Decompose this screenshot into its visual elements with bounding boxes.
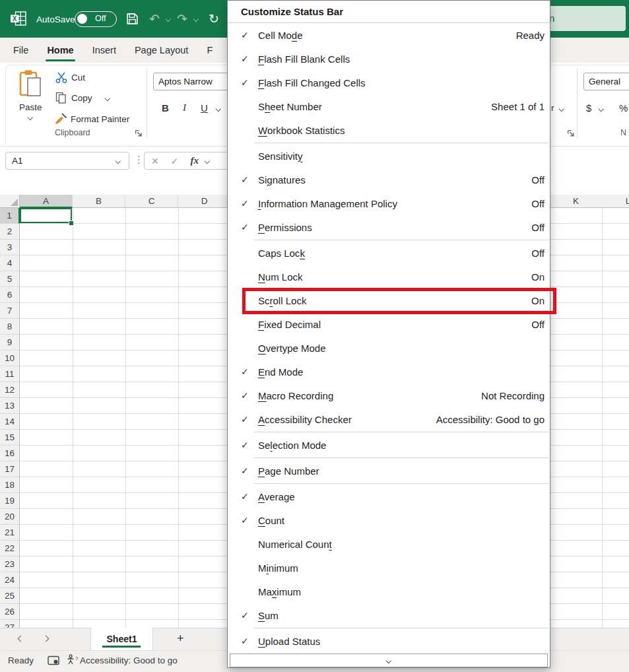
cut-icon[interactable] xyxy=(55,72,67,83)
row-header-24[interactable]: 24 xyxy=(0,572,20,588)
ribbon-tab-home[interactable]: Home xyxy=(38,38,83,63)
ribbon-tab-file[interactable]: File xyxy=(4,38,38,63)
menu-item-count[interactable]: ✓Count xyxy=(228,508,550,532)
add-sheet-button[interactable]: + xyxy=(177,632,184,646)
row-header-26[interactable]: 26 xyxy=(0,604,20,620)
insert-function-icon[interactable]: fx xyxy=(190,155,199,166)
menu-item-sum[interactable]: ✓Sum xyxy=(228,603,550,627)
row-header-13[interactable]: 13 xyxy=(0,398,20,414)
menu-item-macro-recording[interactable]: ✓Macro RecordingNot Recording xyxy=(228,384,550,407)
menu-item-numerical-count[interactable]: Numerical Count xyxy=(228,532,550,556)
menu-item-sensitivity[interactable]: Sensitivity xyxy=(228,144,550,168)
menu-item-flash-fill-changed-cells[interactable]: ✓Flash Fill Changed Cells xyxy=(228,71,550,94)
menu-item-flash-fill-blank-cells[interactable]: ✓Flash Fill Blank Cells xyxy=(228,47,550,71)
row-header-10[interactable]: 10 xyxy=(0,351,20,366)
paste-icon[interactable] xyxy=(18,69,42,98)
menu-item-upload-status[interactable]: ✓Upload Status xyxy=(228,629,550,653)
row-header-7[interactable]: 7 xyxy=(0,303,20,319)
menu-item-caps-lock[interactable]: Caps LockOff xyxy=(228,241,550,265)
row-header-15[interactable]: 15 xyxy=(0,430,20,446)
row-header-8[interactable]: 8 xyxy=(0,319,20,335)
redo-icon[interactable]: ↷ xyxy=(177,13,187,25)
undo-chevron-icon[interactable] xyxy=(166,17,171,22)
percent-style-button[interactable]: % xyxy=(619,102,628,114)
menu-item-average[interactable]: ✓Average xyxy=(228,485,550,508)
name-box-chevron-icon[interactable] xyxy=(115,158,120,164)
save-icon[interactable] xyxy=(125,12,139,26)
macro-record-icon[interactable] xyxy=(48,655,60,666)
menu-item-fixed-decimal[interactable]: Fixed DecimalOff xyxy=(228,312,550,336)
menu-item-accessibility-checker[interactable]: ✓Accessibility CheckerAccessibility: Goo… xyxy=(228,407,550,431)
undo-icon[interactable]: ↶ xyxy=(149,13,160,25)
number-format-dropdown[interactable]: General xyxy=(583,73,629,90)
menu-item-sheet-number[interactable]: Sheet NumberSheet 1 of 1 xyxy=(228,94,550,118)
row-header-9[interactable]: 9 xyxy=(0,335,20,351)
copy-label[interactable]: Copy xyxy=(71,93,92,103)
row-header-19[interactable]: 19 xyxy=(0,493,20,509)
menu-item-workbook-statistics[interactable]: Workbook Statistics xyxy=(228,118,550,142)
redo-chevron-icon[interactable] xyxy=(193,17,199,22)
row-header-3[interactable]: 3 xyxy=(0,240,20,255)
row-header-22[interactable]: 22 xyxy=(0,541,20,556)
menu-item-page-number[interactable]: ✓Page Number xyxy=(228,459,550,483)
accounting-format-button[interactable]: $ xyxy=(586,102,591,114)
menu-item-signatures[interactable]: ✓SignaturesOff xyxy=(228,168,550,191)
row-header-21[interactable]: 21 xyxy=(0,525,20,541)
row-header-18[interactable]: 18 xyxy=(0,477,20,493)
row-header-1[interactable]: 1 xyxy=(0,208,20,224)
column-header-k[interactable]: K xyxy=(550,195,603,208)
refresh-icon[interactable]: ↻ xyxy=(209,13,219,25)
column-header-d[interactable]: D xyxy=(178,195,231,208)
menu-item-minimum[interactable]: Minimum xyxy=(228,556,550,580)
row-header-17[interactable]: 17 xyxy=(0,461,20,477)
bold-button[interactable]: B xyxy=(162,102,169,114)
selected-cell-a1[interactable] xyxy=(20,208,72,223)
accessibility-icon[interactable]: ? xyxy=(66,654,78,665)
row-header-25[interactable]: 25 xyxy=(0,588,20,604)
row-header-4[interactable]: 4 xyxy=(0,255,20,271)
clipboard-dialog-launcher-icon[interactable] xyxy=(135,129,143,137)
column-header-b[interactable]: B xyxy=(73,195,125,208)
column-header-a[interactable]: A xyxy=(20,195,73,208)
format-painter-label[interactable]: Format Painter xyxy=(71,114,129,124)
menu-item-num-lock[interactable]: Num LockOn xyxy=(228,265,550,288)
row-header-20[interactable]: 20 xyxy=(0,509,20,525)
row-header-14[interactable]: 14 xyxy=(0,414,20,430)
menu-item-maximum[interactable]: Maximum xyxy=(228,580,550,603)
underline-button[interactable]: U xyxy=(201,102,208,114)
cut-label[interactable]: Cut xyxy=(71,73,85,83)
fx-chevron-icon[interactable] xyxy=(205,158,210,164)
row-header-12[interactable]: 12 xyxy=(0,382,20,398)
format-painter-icon[interactable] xyxy=(54,112,68,125)
menu-item-information-management-policy[interactable]: ✓Information Management PolicyOff xyxy=(228,191,550,215)
enter-icon[interactable]: ✓ xyxy=(171,156,179,166)
grid-right[interactable] xyxy=(550,208,629,628)
menu-item-overtype-mode[interactable]: Overtype Mode xyxy=(228,336,550,360)
ribbon-tab-page-layout[interactable]: Page Layout xyxy=(125,38,197,63)
grip-dots-icon[interactable]: ⋮ xyxy=(134,154,144,166)
menu-item-permissions[interactable]: ✓PermissionsOff xyxy=(228,215,550,239)
italic-button[interactable]: I xyxy=(183,102,186,114)
row-header-2[interactable]: 2 xyxy=(0,224,20,240)
column-header-c[interactable]: C xyxy=(125,195,178,208)
name-box[interactable]: A1 xyxy=(5,152,129,170)
grid-left[interactable] xyxy=(20,208,227,628)
menu-item-end-mode[interactable]: ✓End Mode xyxy=(228,360,550,384)
row-header-23[interactable]: 23 xyxy=(0,556,20,572)
ribbon-tab-f[interactable]: F xyxy=(197,38,222,63)
row-header-11[interactable]: 11 xyxy=(0,366,20,382)
font-name-input[interactable]: Aptos Narrow xyxy=(153,73,231,90)
cancel-icon[interactable]: ✕ xyxy=(151,156,159,166)
row-header-5[interactable]: 5 xyxy=(0,271,20,287)
autosave-toggle[interactable]: Off xyxy=(75,11,117,27)
paste-label[interactable]: Paste xyxy=(19,102,42,112)
copy-icon[interactable] xyxy=(55,92,67,104)
ribbon-tab-insert[interactable]: Insert xyxy=(83,38,125,63)
menu-scroll-down-button[interactable] xyxy=(230,654,548,667)
alignment-dialog-launcher-icon[interactable] xyxy=(567,129,575,137)
row-header-6[interactable]: 6 xyxy=(0,287,20,303)
menu-item-cell-mode[interactable]: ✓Cell ModeReady xyxy=(228,23,550,47)
menu-item-selection-mode[interactable]: ✓Selection Mode xyxy=(228,433,550,457)
select-all-corner[interactable] xyxy=(0,195,20,208)
row-header-16[interactable]: 16 xyxy=(0,446,20,461)
